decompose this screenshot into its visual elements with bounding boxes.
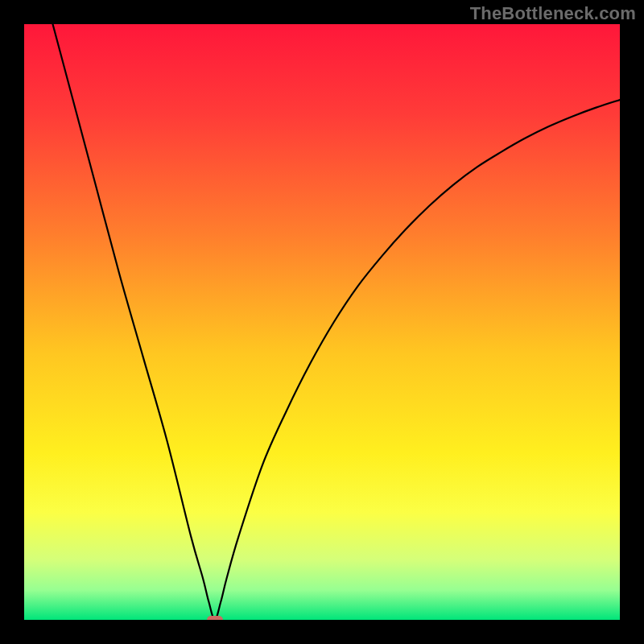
plot-area — [24, 24, 620, 620]
watermark-text: TheBottleneck.com — [470, 3, 636, 24]
bottleneck-curve — [24, 24, 620, 620]
chart-frame: TheBottleneck.com — [0, 0, 644, 644]
optimum-marker — [207, 616, 223, 620]
